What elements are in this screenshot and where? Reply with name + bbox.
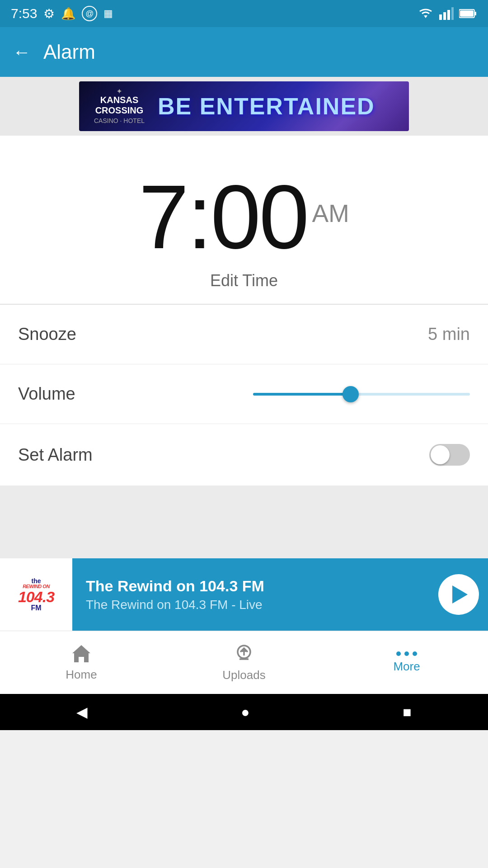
- bell-icon: 🔔: [61, 7, 75, 21]
- ad-main-text: BE ENTERTAINED: [158, 93, 375, 120]
- gray-spacer: [0, 486, 488, 558]
- now-playing-info: The Rewind on 104.3 FM The Rewind on 104…: [72, 558, 429, 631]
- volume-label: Volume: [18, 384, 75, 404]
- svg-rect-3: [447, 10, 450, 20]
- system-back-button[interactable]: ◀: [76, 703, 88, 721]
- ad-image: ✦ KANSAS CROSSING CASINO · HOTEL BE ENTE…: [79, 81, 409, 131]
- clock-ampm: AM: [312, 199, 349, 228]
- nav-item-uploads[interactable]: Uploads: [163, 631, 325, 694]
- station-number: 104.3: [18, 589, 54, 604]
- nav-item-home[interactable]: Home: [0, 631, 163, 694]
- svg-rect-4: [451, 7, 454, 20]
- uploads-icon: [233, 643, 255, 665]
- more-dots-icon: [396, 651, 417, 656]
- system-nav-bar: ◀ ● ■: [0, 694, 488, 730]
- svg-rect-7: [460, 10, 474, 17]
- app-bar: ← Alarm: [0, 27, 488, 77]
- svg-rect-6: [474, 12, 476, 15]
- wifi-icon: [418, 7, 434, 20]
- battery-icon: [459, 9, 477, 19]
- signal-icon: [439, 7, 454, 20]
- home-icon: [70, 643, 92, 664]
- back-button[interactable]: ←: [13, 42, 31, 62]
- play-circle: [438, 574, 479, 615]
- station-logo: the Rewind on 104.3 FM: [0, 558, 72, 631]
- svg-rect-1: [439, 14, 442, 20]
- status-time: 7:53: [11, 6, 37, 21]
- at-icon: @: [82, 6, 97, 21]
- nav-label-uploads: Uploads: [222, 668, 265, 682]
- set-alarm-label: Set Alarm: [18, 445, 93, 465]
- now-playing-bar[interactable]: the Rewind on 104.3 FM The Rewind on 104…: [0, 558, 488, 631]
- settings-icon: ⚙: [43, 6, 55, 21]
- now-playing-title: The Rewind on 104.3 FM: [86, 577, 416, 595]
- nav-item-more[interactable]: More: [325, 631, 488, 694]
- sim-icon: ▦: [103, 8, 113, 19]
- status-bar: 7:53 ⚙ 🔔 @ ▦: [0, 0, 488, 27]
- set-alarm-toggle[interactable]: [429, 444, 470, 466]
- slider-thumb[interactable]: [343, 386, 359, 402]
- page-title: Alarm: [43, 41, 95, 63]
- system-recent-button[interactable]: ■: [403, 704, 411, 721]
- clock-section: 7:00 AM Edit Time: [0, 136, 488, 304]
- play-triangle-icon: [452, 585, 468, 604]
- clock-time: 7:00: [139, 172, 307, 262]
- snooze-row[interactable]: Snooze 5 min: [0, 305, 488, 364]
- station-fm: FM: [31, 604, 41, 612]
- toggle-thumb: [431, 445, 450, 464]
- svg-rect-2: [443, 12, 446, 20]
- bottom-nav: Home Uploads More: [0, 631, 488, 694]
- volume-row: Volume: [0, 364, 488, 424]
- slider-track: [253, 393, 470, 396]
- settings-section: Snooze 5 min Volume Set Alarm: [0, 305, 488, 486]
- snooze-label: Snooze: [18, 325, 76, 344]
- nav-label-more: More: [393, 660, 420, 674]
- nav-label-home: Home: [66, 668, 97, 682]
- now-playing-subtitle: The Rewind on 104.3 FM - Live: [86, 598, 416, 612]
- snooze-value: 5 min: [428, 325, 470, 344]
- svg-marker-0: [424, 15, 427, 18]
- edit-time-button[interactable]: Edit Time: [210, 271, 278, 290]
- ad-banner[interactable]: ✦ KANSAS CROSSING CASINO · HOTEL BE ENTE…: [0, 77, 488, 136]
- clock-display: 7:00 AM: [139, 172, 349, 262]
- set-alarm-row[interactable]: Set Alarm: [0, 424, 488, 486]
- play-button[interactable]: [429, 558, 488, 631]
- slider-fill: [253, 393, 351, 396]
- volume-slider[interactable]: [253, 385, 470, 403]
- ad-logo: ✦ KANSAS CROSSING CASINO · HOTEL: [90, 88, 149, 125]
- system-home-button[interactable]: ●: [241, 704, 249, 721]
